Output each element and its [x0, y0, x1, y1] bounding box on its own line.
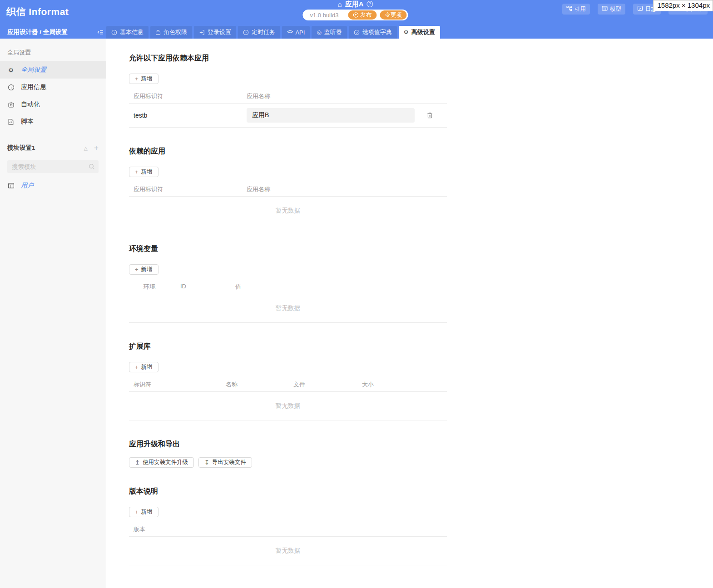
table-header: 版本: [129, 525, 447, 537]
models-button[interactable]: 模型: [598, 4, 625, 15]
plus-icon: +: [135, 364, 139, 371]
section-title: 允许以下应用依赖本应用: [129, 54, 447, 63]
check-circle-icon: [354, 30, 360, 35]
section-title: 依赖的应用: [129, 147, 447, 156]
app-identifier-cell: testb: [134, 112, 147, 119]
viewport-size-tooltip: 1582px × 1304px: [653, 0, 713, 11]
tab-option-dictionary[interactable]: 选项值字典: [349, 26, 397, 39]
section-extension-libraries: 扩展库 + 新增 标识符 名称 文件 大小 暂无数据: [129, 342, 447, 420]
settings-tabs: 基本信息 角色权限 登录设置 定时任务 <>: [106, 26, 440, 39]
sidebar-item-automation[interactable]: 自动化: [0, 96, 106, 113]
brand-logo: 织信 Informat: [6, 5, 69, 18]
log-icon: [637, 5, 643, 13]
info-icon: [111, 30, 117, 35]
login-icon: [199, 30, 205, 35]
advanced-settings-panel: 允许以下应用依赖本应用 + 新增 应用标识符 应用名称 testb: [106, 39, 713, 588]
changes-button[interactable]: 变更项: [380, 10, 407, 20]
top-bar: 织信 Informat ⌂ 应用A ? v1.0 build3 发布 变更项: [0, 0, 713, 26]
add-version-button[interactable]: + 新增: [129, 507, 158, 517]
publish-cloud-icon: [353, 12, 358, 18]
add-extension-button[interactable]: + 新增: [129, 362, 158, 372]
version-label: v1.0 build3: [310, 12, 338, 19]
tab-api[interactable]: <> API: [282, 26, 310, 39]
module-search-input[interactable]: [7, 160, 99, 173]
module-group-header: 模块设置1 △ +: [7, 144, 99, 152]
search-icon: [89, 163, 95, 172]
tab-login-settings[interactable]: 登录设置: [194, 26, 236, 39]
upgrade-from-file-button[interactable]: ↥ 使用安装文件升级: [129, 457, 194, 468]
info-icon: [7, 84, 15, 91]
publish-button[interactable]: 发布: [348, 10, 376, 20]
version-pill: v1.0 build3 发布 变更项: [302, 10, 408, 20]
table-header: 环境 ID 值: [129, 283, 447, 294]
section-version-notes: 版本说明 + 新增 版本 暂无数据: [129, 487, 447, 565]
section-title: 版本说明: [129, 487, 447, 496]
clock-icon: [243, 30, 249, 35]
tab-role-permissions[interactable]: 角色权限: [150, 26, 192, 39]
app-designer-window: 织信 Informat ⌂ 应用A ? v1.0 build3 发布 变更项: [0, 0, 713, 588]
table-icon: [7, 183, 15, 189]
tab-bar: 应用设计器 / 全局设置 基本信息 角色权限: [0, 26, 713, 39]
app-name[interactable]: 应用A: [345, 0, 364, 9]
tab-scheduled-tasks[interactable]: 定时任务: [238, 26, 280, 39]
home-icon[interactable]: ⌂: [338, 1, 342, 8]
section-upgrade-export: 应用升级和导出 ↥ 使用安装文件升级 ↧ 导出安装文件: [129, 440, 447, 468]
tab-advanced-settings[interactable]: ⚙ 高级设置: [399, 26, 440, 39]
add-env-var-button[interactable]: + 新增: [129, 264, 158, 275]
add-dependency-button[interactable]: + 新增: [129, 167, 158, 177]
add-module-icon[interactable]: +: [94, 145, 99, 151]
table-header: 标识符 名称 文件 大小: [129, 380, 447, 392]
section-allow-dependents: 允许以下应用依赖本应用 + 新增 应用标识符 应用名称 testb: [129, 54, 447, 128]
add-dependent-button[interactable]: + 新增: [129, 74, 158, 84]
sidebar-item-app-info[interactable]: 应用信息: [0, 79, 106, 96]
section-title: 应用升级和导出: [129, 440, 447, 449]
empty-data-placeholder: 暂无数据: [129, 392, 447, 420]
table-header: 应用标识符 应用名称: [129, 185, 447, 197]
section-title: 环境变量: [129, 244, 447, 254]
plus-icon: +: [135, 168, 139, 175]
tab-basic-info[interactable]: 基本信息: [106, 26, 149, 39]
code-icon: <>: [287, 29, 292, 35]
module-search: [7, 160, 99, 173]
sidebar-item-global-settings[interactable]: ⚙ 全局设置: [0, 61, 106, 79]
gear-icon: ⚙: [7, 67, 15, 73]
sidebar-item-scripts[interactable]: 脚本: [0, 113, 106, 130]
breadcrumb: 应用设计器 / 全局设置: [7, 28, 68, 36]
module-group-label: 模块设置1: [7, 144, 35, 152]
plus-icon: +: [135, 266, 139, 273]
listener-icon: ◎: [317, 30, 321, 35]
empty-data-placeholder: 暂无数据: [129, 197, 447, 225]
section-environment-variables: 环境变量 + 新增 环境 ID 值 暂无数据: [129, 244, 447, 323]
lock-icon: [155, 30, 161, 35]
table-grid-icon: [602, 5, 608, 13]
references-button[interactable]: 引用: [562, 4, 590, 15]
branch-icon: [566, 5, 572, 13]
triangle-icon[interactable]: △: [84, 145, 88, 151]
collapse-sidebar-icon[interactable]: [97, 30, 104, 35]
help-icon[interactable]: ?: [367, 1, 373, 7]
table-row: testb: [129, 104, 447, 128]
empty-data-placeholder: 暂无数据: [129, 537, 447, 565]
plus-icon: +: [135, 509, 139, 515]
app-switcher: ⌂ 应用A ? v1.0 build3 发布 变更项: [302, 0, 408, 20]
sidebar-item-users-module[interactable]: 用户: [0, 179, 106, 192]
section-dependencies: 依赖的应用 + 新增 应用标识符 应用名称 暂无数据: [129, 147, 447, 225]
delete-row-button[interactable]: [426, 112, 433, 120]
empty-data-placeholder: 暂无数据: [129, 294, 447, 323]
automation-icon: [7, 101, 15, 108]
upload-icon: ↥: [135, 460, 140, 465]
settings-sidebar: 全局设置 ⚙ 全局设置 应用信息 自动化 脚本: [0, 39, 106, 588]
table-header: 应用标识符 应用名称: [129, 92, 447, 104]
plus-icon: +: [135, 75, 139, 82]
app-name-input[interactable]: [247, 108, 415, 123]
gear-icon: ⚙: [404, 30, 409, 35]
download-icon: ↧: [204, 460, 209, 465]
sidebar-group-label: 全局设置: [0, 49, 106, 57]
script-file-icon: [7, 119, 15, 125]
trash-icon: [426, 112, 433, 120]
tab-listeners[interactable]: ◎ 监听器: [312, 26, 347, 39]
export-install-file-button[interactable]: ↧ 导出安装文件: [198, 457, 252, 468]
section-title: 扩展库: [129, 342, 447, 351]
